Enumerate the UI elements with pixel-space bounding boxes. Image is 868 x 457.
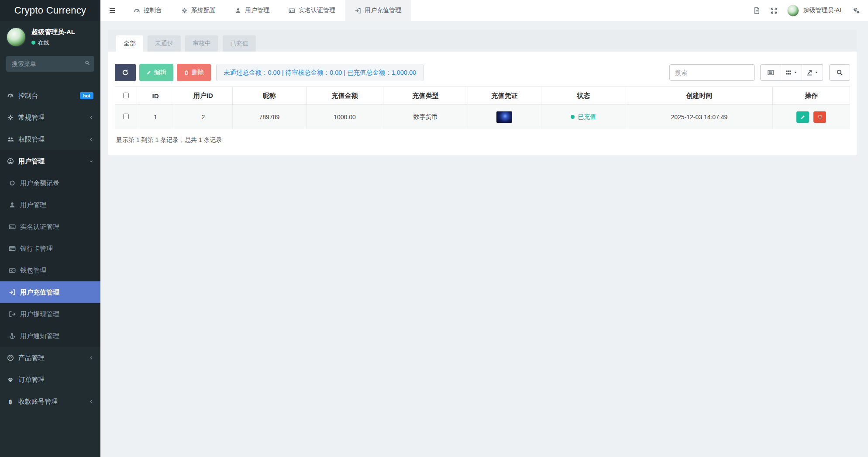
search-icon[interactable]	[85, 60, 90, 66]
sidebar-item-payment-accounts[interactable]: 收款账号管理	[0, 391, 100, 412]
wallet-icon	[9, 267, 16, 274]
topnav-tab-recharge-manage[interactable]: 用户充值管理	[345, 0, 411, 21]
cell-actions	[773, 105, 850, 129]
row-edit-button[interactable]	[796, 111, 809, 123]
sidebar-search-input[interactable]	[6, 56, 94, 72]
table-row[interactable]: 1 2 789789 1000.00 数字货币 已充值	[115, 105, 850, 129]
sidebar-item-general[interactable]: 常规管理	[0, 107, 100, 128]
cell-user-id: 2	[174, 105, 233, 129]
select-all-checkbox[interactable]	[123, 93, 129, 98]
tab-recharged[interactable]: 已充值	[223, 35, 256, 52]
pencil-icon	[146, 70, 152, 75]
sidebar-menu: 控制台 hot 常规管理 权限管理 用户管理	[0, 85, 100, 457]
sidebar-item-kyc-manage[interactable]: 实名认证管理	[0, 216, 100, 238]
sidebar-item-recharge-manage[interactable]: 用户充值管理	[0, 281, 100, 303]
col-header-status[interactable]: 状态	[541, 87, 626, 105]
sidebar-item-user-manage[interactable]: 用户管理	[0, 194, 100, 216]
col-header-voucher[interactable]: 充值凭证	[468, 87, 541, 105]
fullscreen-icon[interactable]	[770, 7, 778, 14]
topnav-tab-system-config[interactable]: 系统配置	[172, 0, 225, 21]
col-header-user-id[interactable]: 用户ID	[174, 87, 233, 105]
search-icon	[836, 69, 843, 76]
chevron-left-icon	[89, 356, 93, 360]
heartbeat-icon	[7, 376, 14, 383]
gears-settings-icon[interactable]	[853, 7, 860, 14]
sidebar-item-balance-log[interactable]: 用户余额记录	[0, 172, 100, 194]
bitcoin-icon	[7, 398, 14, 405]
delete-button[interactable]: 删除	[177, 64, 211, 81]
tab-rejected[interactable]: 未通过	[148, 35, 181, 52]
topnav-tab-label: 系统配置	[191, 7, 216, 14]
sidebar: Crypto Currency 超级管理员-AL 在线 控制台 hot	[0, 0, 100, 457]
sidebar-toggle-button[interactable]	[100, 0, 124, 21]
col-header-actions: 操作	[773, 87, 850, 105]
sidebar-item-notice-manage[interactable]: 用户通知管理	[0, 325, 100, 347]
table-header-row: ID 用户ID 昵称 充值金额 充值类型 充值凭证 状态 创建时间 操作	[115, 87, 850, 105]
voucher-image[interactable]	[496, 111, 512, 123]
topnav-tab-user-manage[interactable]: 用户管理	[225, 0, 279, 21]
col-header-id[interactable]: ID	[137, 87, 174, 105]
main-area: 控制台 系统配置 用户管理 实名认证管理 用户充值管理	[100, 0, 868, 457]
users-icon	[7, 136, 14, 143]
sidebar-item-products[interactable]: 产品管理	[0, 347, 100, 369]
sidebar-item-withdraw-manage[interactable]: 用户提现管理	[0, 303, 100, 325]
hot-badge: hot	[80, 92, 93, 99]
row-checkbox[interactable]	[123, 114, 129, 119]
sidebar-item-label: 收款账号管理	[18, 398, 85, 406]
topnav-tab-dashboard[interactable]: 控制台	[124, 0, 172, 21]
sidebar-item-dashboard[interactable]: 控制台 hot	[0, 85, 100, 107]
cell-amount: 1000.00	[306, 105, 383, 129]
row-delete-button[interactable]	[813, 111, 826, 123]
id-card-icon	[289, 7, 295, 14]
hamburger-icon	[109, 7, 116, 14]
edit-button[interactable]: 编辑	[139, 64, 173, 81]
col-header-created[interactable]: 创建时间	[626, 87, 773, 105]
col-header-amount[interactable]: 充值金额	[306, 87, 383, 105]
product-icon	[7, 354, 14, 361]
sidebar-item-label: 用户管理	[20, 201, 93, 209]
user-status-label: 在线	[38, 39, 49, 47]
sidebar-item-label: 常规管理	[18, 114, 85, 122]
chevron-down-icon	[89, 159, 93, 163]
edit-button-label: 编辑	[154, 69, 166, 76]
tab-all[interactable]: 全部	[116, 35, 143, 52]
export-button[interactable]	[802, 64, 823, 81]
table-view-button-group	[760, 64, 823, 81]
pencil-icon	[800, 114, 806, 120]
status-badge: 已充值	[571, 113, 596, 121]
select-all-header	[115, 87, 137, 105]
id-card-icon	[9, 223, 16, 230]
user-icon	[235, 7, 241, 14]
columns-button[interactable]	[781, 64, 802, 81]
navbar-user-name: 超级管理员-AL	[803, 7, 843, 14]
col-header-type[interactable]: 充值类型	[383, 87, 468, 105]
columns-grid-icon	[785, 69, 792, 76]
col-header-nickname[interactable]: 昵称	[233, 87, 306, 105]
toggle-detail-view-button[interactable]	[760, 64, 781, 81]
cell-id: 1	[137, 105, 174, 129]
sign-in-icon	[355, 7, 361, 14]
sidebar-item-label: 用户通知管理	[20, 332, 93, 340]
sidebar-item-bankcard-manage[interactable]: 银行卡管理	[0, 238, 100, 260]
pagination-info: 显示第 1 到第 1 条记录，总共 1 条记录	[115, 136, 850, 144]
topnav-tabs: 控制台 系统配置 用户管理 实名认证管理 用户充值管理	[124, 0, 411, 21]
detail-view-icon	[767, 69, 774, 76]
gear-icon	[181, 7, 188, 14]
topnav-tab-label: 实名认证管理	[299, 7, 335, 14]
sidebar-item-wallet-manage[interactable]: 钱包管理	[0, 260, 100, 281]
sidebar-item-orders[interactable]: 订单管理	[0, 369, 100, 391]
refresh-button[interactable]	[115, 64, 136, 81]
sidebar-item-permissions[interactable]: 权限管理	[0, 128, 100, 150]
sidebar-item-users[interactable]: 用户管理	[0, 150, 100, 172]
file-icon[interactable]	[753, 7, 761, 14]
caret-down-icon	[793, 70, 798, 75]
navbar-right: 超级管理员-AL	[753, 0, 868, 21]
advanced-search-button[interactable]	[829, 64, 850, 81]
table-search-input[interactable]	[669, 64, 755, 81]
tab-pending[interactable]: 审核中	[185, 35, 218, 52]
data-panel: 全部 未通过 审核中 已充值 编辑	[108, 30, 857, 156]
anchor-icon	[9, 332, 16, 339]
navbar-user-menu[interactable]: 超级管理员-AL	[787, 5, 843, 17]
topnav-tab-kyc-manage[interactable]: 实名认证管理	[279, 0, 345, 21]
sidebar-item-label: 银行卡管理	[20, 245, 93, 253]
